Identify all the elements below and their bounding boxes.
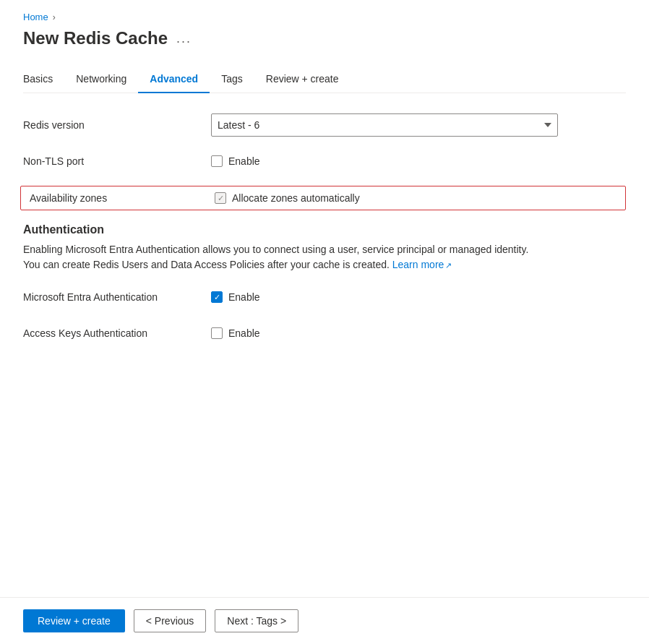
entra-auth-enable-label: Enable: [228, 291, 260, 303]
breadcrumb: Home ›: [23, 12, 626, 22]
learn-more-label: Learn more: [392, 259, 444, 270]
entra-auth-checkbox-row: ✓ Enable: [211, 291, 626, 303]
entra-auth-label: Microsoft Entra Authentication: [23, 291, 211, 303]
page-title-row: New Redis Cache ...: [23, 28, 626, 48]
access-keys-enable-label: Enable: [228, 327, 260, 339]
tab-networking[interactable]: Networking: [64, 66, 138, 93]
redis-version-row: Redis version Latest - 6: [23, 113, 626, 137]
tab-tags[interactable]: Tags: [210, 66, 254, 93]
entra-auth-row: Microsoft Entra Authentication ✓ Enable: [23, 285, 626, 309]
breadcrumb-home-link[interactable]: Home: [23, 12, 48, 22]
non-tls-checkbox-row: Enable: [211, 155, 626, 167]
previous-button[interactable]: < Previous: [134, 609, 207, 632]
access-keys-control: Enable: [211, 327, 626, 339]
tab-bar: Basics Networking Advanced Tags Review +…: [23, 66, 626, 93]
redis-version-select[interactable]: Latest - 6: [211, 113, 558, 137]
non-tls-row: Non-TLS port Enable: [23, 150, 626, 173]
page-ellipsis-menu[interactable]: ...: [176, 31, 192, 46]
review-create-button[interactable]: Review + create: [23, 609, 125, 632]
access-keys-row: Access Keys Authentication Enable: [23, 322, 626, 345]
page-title: New Redis Cache: [23, 28, 168, 48]
breadcrumb-separator: ›: [53, 12, 56, 22]
auth-description-text: Enabling Microsoft Entra Authentication …: [23, 244, 528, 270]
availability-zones-checkbox-row: ✓ Allocate zones automatically: [215, 192, 616, 204]
learn-more-link[interactable]: Learn more↗: [392, 259, 452, 270]
availability-zones-checkbox-label: Allocate zones automatically: [232, 192, 360, 204]
footer: Review + create < Previous Next : Tags >: [0, 597, 649, 644]
page-container: Home › New Redis Cache ... Basics Networ…: [0, 0, 649, 644]
non-tls-label: Non-TLS port: [23, 155, 211, 167]
entra-auth-control: ✓ Enable: [211, 291, 626, 303]
access-keys-label: Access Keys Authentication: [23, 327, 211, 339]
access-keys-checkbox-row: Enable: [211, 327, 626, 339]
tab-advanced[interactable]: Advanced: [138, 66, 210, 93]
tab-basics[interactable]: Basics: [23, 66, 64, 93]
availability-zones-label: Availability zones: [30, 192, 215, 204]
non-tls-checkbox[interactable]: [211, 155, 223, 167]
non-tls-control: Enable: [211, 155, 626, 167]
entra-auth-checkmark: ✓: [214, 293, 220, 301]
next-button[interactable]: Next : Tags >: [215, 609, 298, 632]
redis-version-control: Latest - 6: [211, 113, 626, 137]
main-content: Home › New Redis Cache ... Basics Networ…: [0, 0, 649, 597]
availability-zones-checkbox[interactable]: ✓: [215, 192, 226, 204]
availability-zones-row: Availability zones ✓ Allocate zones auto…: [20, 186, 626, 210]
non-tls-enable-label: Enable: [228, 155, 260, 167]
availability-zones-checkmark: ✓: [218, 194, 224, 202]
external-link-icon: ↗: [445, 259, 452, 272]
entra-auth-checkbox[interactable]: ✓: [211, 291, 223, 303]
authentication-description: Enabling Microsoft Entra Authentication …: [23, 242, 529, 272]
authentication-title: Authentication: [23, 223, 626, 236]
availability-zones-control: ✓ Allocate zones automatically: [215, 192, 616, 204]
tab-review-create[interactable]: Review + create: [254, 66, 351, 93]
access-keys-checkbox[interactable]: [211, 327, 223, 339]
redis-version-label: Redis version: [23, 119, 211, 131]
